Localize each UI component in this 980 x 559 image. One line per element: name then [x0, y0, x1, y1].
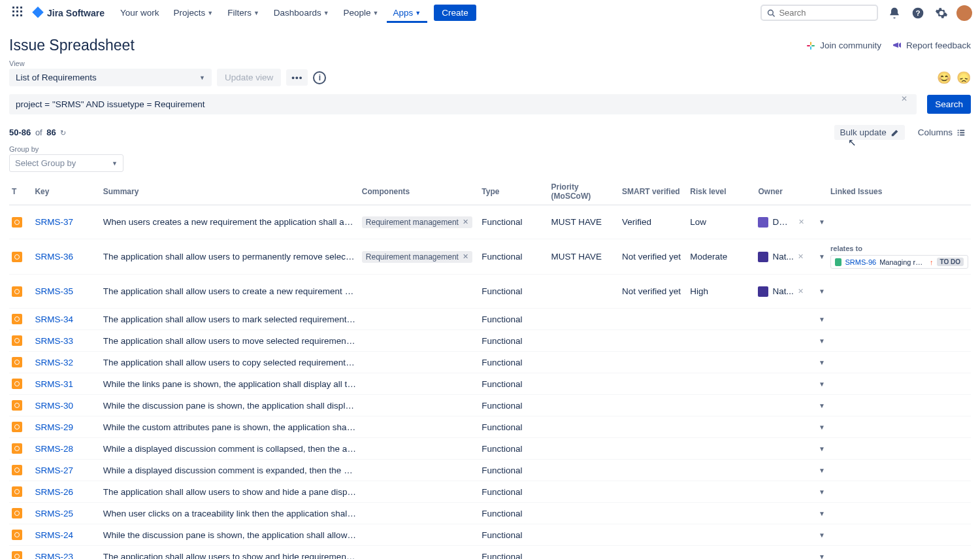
linked-cell[interactable] — [828, 460, 971, 481]
issue-key-link[interactable]: SRMS-25 — [35, 509, 73, 518]
settings-icon[interactable] — [933, 5, 950, 22]
help-icon[interactable]: ? — [909, 5, 926, 22]
type-cell[interactable]: Functional — [479, 503, 548, 524]
risk-cell[interactable] — [687, 309, 755, 330]
chevron-down-icon[interactable]: ▼ — [819, 445, 825, 452]
owner-cell[interactable]: ▼ — [755, 546, 828, 560]
clear-owner-icon[interactable]: ✕ — [798, 287, 804, 296]
summary-cell[interactable]: The application shall allow users to sho… — [101, 481, 359, 503]
smart-cell[interactable] — [619, 373, 687, 395]
table-row[interactable]: SRMS-25When user clicks on a traceabilit… — [9, 503, 971, 524]
chevron-down-icon[interactable]: ▼ — [819, 253, 825, 260]
chevron-down-icon[interactable]: ▼ — [819, 424, 825, 431]
refresh-icon[interactable]: ↻ — [60, 129, 66, 137]
owner-cell[interactable]: Nat...✕▼ — [755, 275, 828, 309]
risk-cell[interactable] — [687, 395, 755, 416]
summary-cell[interactable]: While the links pane is shown, the appli… — [101, 373, 359, 395]
risk-cell[interactable]: Moderate — [687, 239, 755, 275]
owner-cell[interactable]: ▼ — [755, 503, 828, 524]
owner-cell[interactable]: ▼ — [755, 524, 828, 546]
remove-tag-icon[interactable]: ✕ — [463, 218, 468, 226]
issue-key-link[interactable]: SRMS-23 — [35, 552, 73, 560]
table-row[interactable]: SRMS-32The application shall allow users… — [9, 352, 971, 373]
smart-cell[interactable] — [619, 546, 687, 560]
chevron-down-icon[interactable]: ▼ — [819, 488, 825, 496]
nav-item-filters[interactable]: Filters▼ — [221, 3, 266, 23]
linked-cell[interactable] — [828, 395, 971, 416]
more-actions-button[interactable]: ••• — [286, 69, 308, 86]
jql-input[interactable] — [9, 94, 917, 114]
summary-cell[interactable]: The application shall allow users to per… — [101, 239, 359, 275]
priority-cell[interactable] — [549, 438, 619, 460]
feedback-negative-icon[interactable]: 😞 — [956, 71, 971, 85]
summary-cell[interactable]: The application shall allow users to sho… — [101, 546, 359, 560]
summary-cell[interactable]: The application shall allow users to cop… — [101, 352, 359, 373]
type-cell[interactable]: Functional — [479, 239, 548, 275]
linked-cell[interactable]: relates toSRMS-96Managing requ...↑TO DO — [828, 239, 971, 275]
jira-logo[interactable]: Jira Software — [31, 7, 105, 20]
type-cell[interactable]: Functional — [479, 275, 548, 309]
priority-cell[interactable] — [549, 275, 619, 309]
remove-tag-icon[interactable]: ✕ — [463, 252, 468, 261]
owner-cell[interactable]: Dmi...✕▼ — [755, 205, 828, 239]
priority-cell[interactable] — [549, 524, 619, 546]
type-cell[interactable]: Functional — [479, 460, 548, 481]
owner-cell[interactable]: ▼ — [755, 309, 828, 330]
clear-owner-icon[interactable]: ✕ — [798, 218, 804, 226]
nav-item-apps[interactable]: Apps▼ — [387, 3, 428, 23]
table-row[interactable]: SRMS-31While the links pane is shown, th… — [9, 373, 971, 395]
clear-jql-icon[interactable]: ✕ — [901, 94, 907, 114]
smart-cell[interactable] — [619, 481, 687, 503]
smart-cell[interactable] — [619, 438, 687, 460]
component-tag[interactable]: Requirement management ✕ — [362, 251, 472, 263]
smart-cell[interactable] — [619, 309, 687, 330]
owner-cell[interactable]: ▼ — [755, 352, 828, 373]
summary-cell[interactable]: While the discussion pane is shown, the … — [101, 524, 359, 546]
issue-key-link[interactable]: SRMS-26 — [35, 487, 73, 497]
type-cell[interactable]: Functional — [479, 481, 548, 503]
owner-cell[interactable]: ▼ — [755, 481, 828, 503]
column-header[interactable]: Key — [32, 178, 100, 205]
priority-cell[interactable] — [549, 416, 619, 438]
smart-cell[interactable] — [619, 330, 687, 352]
smart-cell[interactable]: Verified — [619, 205, 687, 239]
feedback-positive-icon[interactable]: 😊 — [937, 71, 951, 85]
priority-cell[interactable] — [549, 352, 619, 373]
issue-key-link[interactable]: SRMS-37 — [35, 217, 73, 227]
report-feedback-link[interactable]: Report feedback — [892, 41, 971, 51]
column-header[interactable]: Owner — [755, 178, 828, 205]
priority-cell[interactable]: MUST HAVE — [549, 205, 619, 239]
owner-cell[interactable]: ▼ — [755, 416, 828, 438]
info-icon[interactable]: i — [313, 71, 326, 84]
risk-cell[interactable] — [687, 352, 755, 373]
linked-cell[interactable] — [828, 309, 971, 330]
type-cell[interactable]: Functional — [479, 395, 548, 416]
view-select[interactable]: List of Requirements ▼ — [9, 69, 212, 86]
column-header[interactable]: Summary — [101, 178, 359, 205]
issue-key-link[interactable]: SRMS-24 — [35, 530, 73, 540]
linked-cell[interactable] — [828, 503, 971, 524]
priority-cell[interactable]: MUST HAVE — [549, 239, 619, 275]
chevron-down-icon[interactable]: ▼ — [819, 532, 825, 539]
linked-cell[interactable] — [828, 330, 971, 352]
table-row[interactable]: SRMS-26The application shall allow users… — [9, 481, 971, 503]
app-switcher-icon[interactable] — [8, 3, 27, 22]
linked-cell[interactable] — [828, 481, 971, 503]
nav-item-dashboards[interactable]: Dashboards▼ — [267, 3, 336, 23]
table-row[interactable]: SRMS-34The application shall allow users… — [9, 309, 971, 330]
type-cell[interactable]: Functional — [479, 373, 548, 395]
table-row[interactable]: SRMS-37When users creates a new requirem… — [9, 205, 971, 239]
component-tag[interactable]: Requirement management ✕ — [362, 216, 472, 228]
issue-key-link[interactable]: SRMS-31 — [35, 379, 73, 389]
notifications-icon[interactable] — [886, 5, 903, 22]
type-cell[interactable]: Functional — [479, 309, 548, 330]
clear-owner-icon[interactable]: ✕ — [798, 252, 804, 261]
priority-cell[interactable] — [549, 330, 619, 352]
owner-cell[interactable]: ▼ — [755, 330, 828, 352]
type-cell[interactable]: Functional — [479, 416, 548, 438]
linked-cell[interactable] — [828, 438, 971, 460]
smart-cell[interactable] — [619, 352, 687, 373]
table-row[interactable]: SRMS-30While the discussion pane is show… — [9, 395, 971, 416]
smart-cell[interactable] — [619, 503, 687, 524]
chevron-down-icon[interactable]: ▼ — [819, 553, 825, 560]
